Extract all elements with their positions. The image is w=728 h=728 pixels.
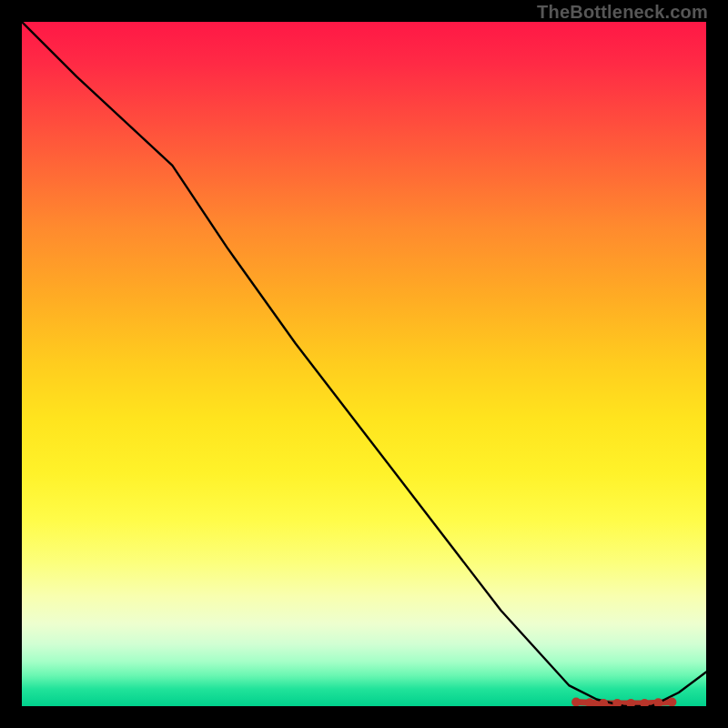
chart-marker [640, 699, 649, 706]
plot-area [22, 22, 706, 706]
chart-marker [585, 698, 594, 706]
chart-marker [599, 699, 608, 706]
chart-container: TheBottleneck.com [0, 0, 728, 728]
chart-marker [571, 697, 581, 706]
marker-connector-line [576, 702, 672, 703]
chart-marker [653, 698, 662, 706]
chart-markers [571, 697, 676, 706]
chart-line-series [22, 22, 706, 706]
chart-marker [612, 699, 622, 706]
chart-marker [667, 697, 676, 706]
chart-marker [626, 699, 635, 706]
watermark-text: TheBottleneck.com [537, 2, 708, 23]
chart-svg [22, 22, 706, 706]
